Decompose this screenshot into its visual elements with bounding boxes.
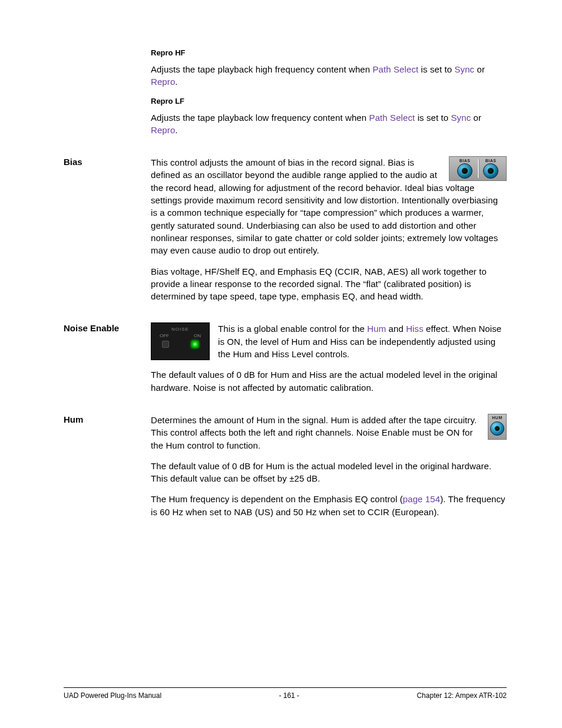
noise-figure-title: NOISE bbox=[151, 327, 209, 332]
repro-lf-paragraph: Adjusts the tape playback low frequency … bbox=[151, 111, 507, 137]
bias-paragraph-2: Bias voltage, HF/Shelf EQ, and Emphasis … bbox=[151, 265, 507, 303]
xref-sync[interactable]: Sync bbox=[454, 64, 474, 74]
bias-knob-icon bbox=[457, 163, 472, 179]
footer-manual-title: UAD Powered Plug-Ins Manual bbox=[64, 691, 161, 700]
repro-lf-heading: Repro LF bbox=[151, 97, 507, 106]
xref-repro[interactable]: Repro bbox=[151, 125, 175, 135]
repro-hf-paragraph: Adjusts the tape playback high frequency… bbox=[151, 63, 507, 88]
footer-page-number: - 161 - bbox=[279, 691, 299, 700]
hum-paragraph-1: Determines the amount of Hum in the sign… bbox=[151, 414, 507, 452]
xref-repro[interactable]: Repro bbox=[151, 77, 175, 87]
xref-hiss[interactable]: Hiss bbox=[406, 324, 424, 334]
bias-knob-label-left: BIAS bbox=[459, 159, 471, 163]
noise-on-label: ON bbox=[194, 333, 201, 338]
xref-path-select[interactable]: Path Select bbox=[369, 113, 415, 123]
xref-sync[interactable]: Sync bbox=[451, 113, 471, 123]
noise-off-led-icon bbox=[162, 341, 169, 348]
noise-off-label: OFF bbox=[160, 333, 169, 338]
hum-paragraph-2: The default value of 0 dB for Hum is the… bbox=[151, 460, 507, 485]
hum-label: Hum bbox=[64, 414, 151, 424]
xref-path-select[interactable]: Path Select bbox=[372, 64, 418, 74]
hum-knob-figure: HUM bbox=[488, 414, 507, 440]
page-footer: UAD Powered Plug-Ins Manual - 161 - Chap… bbox=[64, 687, 507, 700]
xref-page-154[interactable]: page 154 bbox=[403, 494, 440, 504]
bias-knob-icon bbox=[483, 163, 498, 179]
noise-on-led-icon bbox=[191, 341, 199, 348]
noise-switch-figure: NOISE OFF ON bbox=[151, 322, 210, 360]
bias-knob-figure: BIAS BIAS bbox=[449, 156, 507, 181]
footer-chapter-title: Chapter 12: Ampex ATR-102 bbox=[416, 691, 507, 700]
noise-paragraph-2: The default values of 0 dB for Hum and H… bbox=[151, 368, 507, 394]
hum-knob-icon bbox=[490, 421, 504, 436]
bias-label: Bias bbox=[64, 156, 151, 167]
hum-paragraph-3: The Hum frequency is dependent on the Em… bbox=[151, 493, 507, 518]
xref-hum[interactable]: Hum bbox=[367, 324, 386, 334]
manual-page: Repro HF Adjusts the tape playback high … bbox=[0, 0, 562, 728]
hum-knob-label: HUM bbox=[492, 416, 502, 420]
bias-knob-label-right: BIAS bbox=[485, 159, 497, 163]
noise-enable-label: Noise Enable bbox=[64, 322, 151, 333]
repro-hf-heading: Repro HF bbox=[151, 48, 507, 57]
